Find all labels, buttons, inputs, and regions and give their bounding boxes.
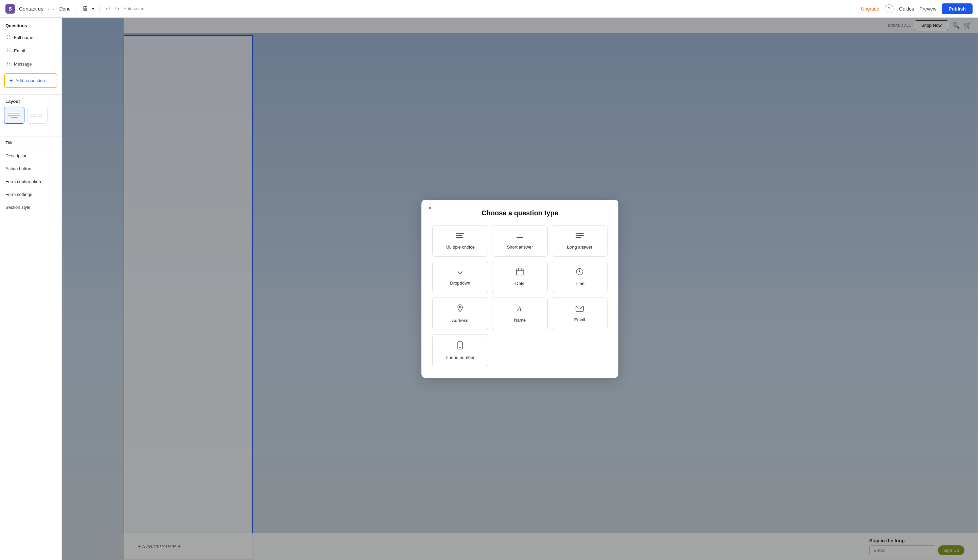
- svg-rect-6: [576, 237, 581, 238]
- app-logo: B: [5, 4, 15, 13]
- sidebar-nav-action-button[interactable]: Action button: [0, 162, 62, 175]
- question-type-multiple-choice[interactable]: Multiple choice: [432, 225, 488, 257]
- layout-two-column[interactable]: [27, 107, 48, 123]
- question-type-time[interactable]: Time: [552, 261, 608, 293]
- question-type-dropdown[interactable]: Dropdown: [432, 261, 488, 293]
- question-type-modal: × Choose a question type Multiple choice: [422, 200, 618, 378]
- address-label: Address: [452, 318, 468, 323]
- sidebar-item-label: Full name: [14, 35, 33, 40]
- multiple-choice-label: Multiple choice: [445, 245, 475, 250]
- add-question-label: Add a question: [15, 78, 45, 83]
- sidebar-nav-section-style[interactable]: Section style: [0, 201, 62, 213]
- date-icon: [516, 268, 524, 277]
- autosave-status: Autosaved: [123, 6, 144, 11]
- svg-point-15: [460, 306, 461, 308]
- question-type-name[interactable]: A Name: [492, 297, 548, 330]
- question-type-short-answer[interactable]: Short answer: [492, 225, 548, 257]
- add-question-button[interactable]: + Add a question: [4, 73, 57, 88]
- plus-icon: +: [10, 77, 13, 83]
- divider2: [100, 5, 100, 13]
- layout-single-column[interactable]: [4, 107, 25, 123]
- short-answer-icon: [516, 232, 524, 241]
- question-type-phone-number[interactable]: Phone number: [432, 334, 488, 367]
- long-answer-icon: [576, 232, 584, 241]
- questions-section-title: Questions: [0, 23, 62, 31]
- modal-title: Choose a question type: [432, 209, 608, 217]
- question-type-long-answer[interactable]: Long answer: [552, 225, 608, 257]
- sidebar-nav-title[interactable]: Title: [0, 136, 62, 149]
- svg-text:A: A: [517, 305, 521, 312]
- drag-icon: ⠿: [7, 34, 10, 41]
- multiple-choice-icon: [456, 232, 464, 241]
- device-icon[interactable]: 🖥: [82, 5, 88, 12]
- main-layout: Questions ⠿ Full name ⠿ Email ⠿ Message …: [0, 18, 978, 560]
- name-label: Name: [514, 318, 526, 323]
- layout-label: Layout: [0, 99, 62, 107]
- preview-button[interactable]: Preview: [920, 6, 936, 12]
- question-type-date[interactable]: Date: [492, 261, 548, 293]
- done-button[interactable]: Done: [59, 6, 70, 12]
- content-area: EXPAND ALL Shop Now 🔍 🛒 ✦ A·PRICKLY·PAIR…: [62, 18, 978, 560]
- long-answer-label: Long answer: [567, 245, 592, 250]
- layout-options: [0, 107, 62, 128]
- svg-rect-5: [576, 235, 584, 236]
- sidebar-item-full-name[interactable]: ⠿ Full name: [0, 31, 62, 44]
- sidebar-item-label: Message: [14, 62, 32, 67]
- sidebar-nav-form-confirmation[interactable]: Form confirmation: [0, 175, 62, 188]
- topbar-right-actions: Upgrade ? Guides Preview Publish: [861, 3, 973, 14]
- time-icon: [576, 268, 583, 277]
- redo-button[interactable]: ↪: [115, 5, 120, 13]
- svg-rect-1: [456, 235, 462, 236]
- sidebar-item-email[interactable]: ⠿ Email: [0, 44, 62, 57]
- sidebar: Questions ⠿ Full name ⠿ Email ⠿ Message …: [0, 18, 62, 560]
- modal-close-button[interactable]: ×: [428, 205, 432, 211]
- topbar: B Contact us ··· Done 🖥 ▾ ↩ ↪ Autosaved …: [0, 0, 978, 18]
- drag-icon: ⠿: [7, 48, 10, 54]
- question-type-address[interactable]: Address: [432, 297, 488, 330]
- page-title: Contact us: [19, 6, 43, 12]
- device-dropdown-arrow[interactable]: ▾: [92, 7, 94, 11]
- dropdown-label: Dropdown: [450, 280, 470, 286]
- guides-button[interactable]: Guides: [899, 6, 914, 12]
- question-type-email[interactable]: Email: [552, 297, 608, 330]
- sidebar-divider: [0, 94, 62, 95]
- question-type-grid: Multiple choice Short answer: [432, 225, 608, 367]
- svg-rect-0: [456, 233, 464, 233]
- address-icon: [457, 304, 463, 315]
- sidebar-item-message[interactable]: ⠿ Message: [0, 57, 62, 71]
- sidebar-nav-description[interactable]: Description: [0, 149, 62, 162]
- phone-number-label: Phone number: [445, 355, 475, 360]
- svg-rect-4: [576, 233, 584, 233]
- dropdown-icon: [457, 268, 463, 277]
- time-label: Time: [575, 281, 585, 286]
- modal-overlay[interactable]: × Choose a question type Multiple choice: [62, 18, 978, 560]
- svg-point-14: [579, 271, 580, 272]
- date-label: Date: [515, 281, 524, 286]
- undo-button[interactable]: ↩: [105, 5, 110, 13]
- svg-rect-2: [456, 237, 463, 238]
- sidebar-item-label: Email: [14, 48, 25, 53]
- more-options-button[interactable]: ···: [48, 5, 55, 13]
- email-icon: [576, 305, 584, 314]
- svg-rect-3: [516, 237, 523, 238]
- drag-icon: ⠿: [7, 61, 10, 67]
- sidebar-nav-form-settings[interactable]: Form settings: [0, 188, 62, 201]
- help-button[interactable]: ?: [885, 4, 893, 13]
- phone-icon: [457, 341, 463, 352]
- name-icon: A: [516, 305, 524, 314]
- svg-rect-7: [516, 269, 523, 275]
- publish-button[interactable]: Publish: [942, 3, 973, 14]
- divider: [76, 5, 77, 13]
- upgrade-button[interactable]: Upgrade: [861, 6, 880, 12]
- email-card-label: Email: [574, 317, 585, 322]
- short-answer-label: Short answer: [507, 245, 533, 250]
